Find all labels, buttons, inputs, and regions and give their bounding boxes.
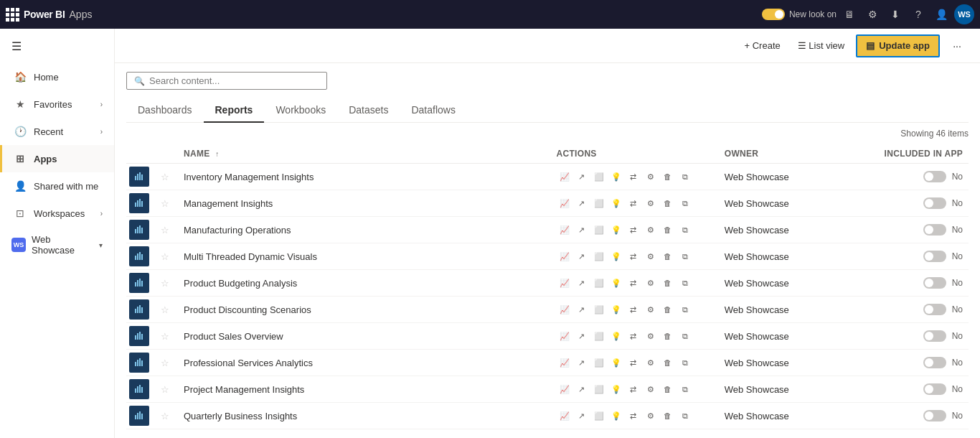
more-options-button[interactable]: ··· [946, 34, 969, 57]
settings-icon[interactable]: ⚙ [643, 195, 659, 211]
collaborate-icon[interactable]: ⇄ [626, 275, 641, 291]
delete-icon[interactable]: 🗑 [660, 328, 676, 344]
qa-icon[interactable]: 💡 [608, 355, 624, 371]
collaborate-icon[interactable]: ⇄ [626, 195, 641, 211]
help-icon[interactable]: ? [908, 4, 928, 24]
analyze-icon[interactable]: 📈 [557, 222, 573, 238]
settings-icon[interactable]: ⚙ [643, 408, 659, 424]
included-toggle[interactable] [923, 410, 946, 421]
included-toggle[interactable] [923, 171, 946, 182]
settings-icon[interactable]: ⚙ [643, 328, 659, 344]
copy-icon[interactable]: ⧉ [677, 302, 693, 317]
export-icon[interactable]: ⬜ [591, 275, 607, 291]
included-toggle[interactable] [923, 277, 946, 289]
analyze-icon[interactable]: 📈 [557, 408, 573, 424]
favorite-star-icon[interactable]: ☆ [158, 172, 172, 182]
qa-icon[interactable]: 💡 [608, 302, 624, 317]
copy-icon[interactable]: ⧉ [677, 169, 693, 185]
hamburger-button[interactable]: ☰ [0, 29, 114, 63]
analyze-icon[interactable]: 📈 [557, 302, 573, 317]
export-icon[interactable]: ⬜ [591, 355, 607, 371]
export-icon[interactable]: ⬜ [591, 195, 607, 211]
favorite-star-icon[interactable]: ☆ [158, 411, 172, 421]
share-icon[interactable]: ↗ [574, 195, 590, 211]
favorite-star-icon[interactable]: ☆ [158, 384, 172, 395]
analyze-icon[interactable]: 📈 [557, 195, 573, 211]
analyze-icon[interactable]: 📈 [557, 248, 573, 264]
tab-workbooks[interactable]: Workbooks [264, 98, 337, 123]
included-toggle[interactable] [923, 357, 946, 368]
share-icon[interactable]: ↗ [574, 408, 590, 424]
share-icon[interactable]: ↗ [574, 248, 590, 264]
analyze-icon[interactable]: 📈 [557, 169, 573, 185]
collaborate-icon[interactable]: ⇄ [626, 408, 641, 424]
delete-icon[interactable]: 🗑 [660, 302, 676, 317]
copy-icon[interactable]: ⧉ [677, 328, 693, 344]
account-icon[interactable]: 👤 [931, 4, 951, 24]
sidebar-workspace-item[interactable]: WS Web Showcase ▾ [0, 227, 114, 263]
sidebar-item-recent[interactable]: 🕐 Recent › [0, 118, 114, 145]
delete-icon[interactable]: 🗑 [660, 275, 676, 291]
favorite-star-icon[interactable]: ☆ [158, 358, 172, 368]
share-icon[interactable]: ↗ [574, 328, 590, 344]
settings-icon[interactable]: ⚙ [643, 222, 659, 238]
sidebar-item-shared[interactable]: 👤 Shared with me [0, 172, 114, 200]
sidebar-item-workspaces[interactable]: ⊡ Workspaces › [0, 200, 114, 227]
collaborate-icon[interactable]: ⇄ [626, 328, 641, 344]
copy-icon[interactable]: ⧉ [677, 222, 693, 238]
delete-icon[interactable]: 🗑 [660, 408, 676, 424]
settings-icon[interactable]: ⚙ [643, 169, 659, 185]
export-icon[interactable]: ⬜ [591, 408, 607, 424]
copy-icon[interactable]: ⧉ [677, 275, 693, 291]
sidebar-item-apps[interactable]: ⊞ Apps [0, 145, 114, 172]
share-icon[interactable]: ↗ [574, 222, 590, 238]
avatar[interactable]: WS [954, 4, 974, 24]
settings-icon[interactable]: ⚙ [643, 302, 659, 317]
qa-icon[interactable]: 💡 [608, 381, 624, 397]
delete-icon[interactable]: 🗑 [660, 195, 676, 211]
copy-icon[interactable]: ⧉ [677, 408, 693, 424]
collaborate-icon[interactable]: ⇄ [626, 248, 641, 264]
share-icon[interactable]: ↗ [574, 381, 590, 397]
settings-icon[interactable]: ⚙ [643, 248, 659, 264]
settings-icon[interactable]: ⚙ [862, 4, 882, 24]
download-icon[interactable]: ⬇ [885, 4, 905, 24]
collaborate-icon[interactable]: ⇄ [626, 381, 641, 397]
analyze-icon[interactable]: 📈 [557, 275, 573, 291]
qa-icon[interactable]: 💡 [608, 275, 624, 291]
included-toggle[interactable] [923, 383, 946, 395]
share-icon[interactable]: ↗ [574, 355, 590, 371]
export-icon[interactable]: ⬜ [591, 222, 607, 238]
copy-icon[interactable]: ⧉ [677, 355, 693, 371]
sidebar-item-favorites[interactable]: ★ Favorites › [0, 90, 114, 118]
collaborate-icon[interactable]: ⇄ [626, 222, 641, 238]
qa-icon[interactable]: 💡 [608, 195, 624, 211]
copy-icon[interactable]: ⧉ [677, 248, 693, 264]
analyze-icon[interactable]: 📈 [557, 328, 573, 344]
tab-reports[interactable]: Reports [204, 98, 265, 123]
delete-icon[interactable]: 🗑 [660, 355, 676, 371]
search-input[interactable] [149, 75, 319, 86]
included-toggle[interactable] [923, 304, 946, 315]
qa-icon[interactable]: 💡 [608, 248, 624, 264]
included-toggle[interactable] [923, 330, 946, 342]
collaborate-icon[interactable]: ⇄ [626, 169, 641, 185]
delete-icon[interactable]: 🗑 [660, 381, 676, 397]
export-icon[interactable]: ⬜ [591, 328, 607, 344]
export-icon[interactable]: ⬜ [591, 302, 607, 317]
copy-icon[interactable]: ⧉ [677, 381, 693, 397]
qa-icon[interactable]: 💡 [608, 169, 624, 185]
included-toggle[interactable] [923, 251, 946, 262]
update-app-button[interactable]: ▤ Update app [856, 34, 940, 57]
settings-icon[interactable]: ⚙ [643, 275, 659, 291]
analyze-icon[interactable]: 📈 [557, 381, 573, 397]
collaborate-icon[interactable]: ⇄ [626, 302, 641, 317]
list-view-button[interactable]: ☰ List view [792, 34, 850, 57]
qa-icon[interactable]: 💡 [608, 408, 624, 424]
tab-dataflows[interactable]: Dataflows [400, 98, 466, 123]
delete-icon[interactable]: 🗑 [660, 222, 676, 238]
delete-icon[interactable]: 🗑 [660, 248, 676, 264]
qa-icon[interactable]: 💡 [608, 328, 624, 344]
create-button[interactable]: + Create [739, 34, 786, 57]
included-toggle[interactable] [923, 197, 946, 209]
